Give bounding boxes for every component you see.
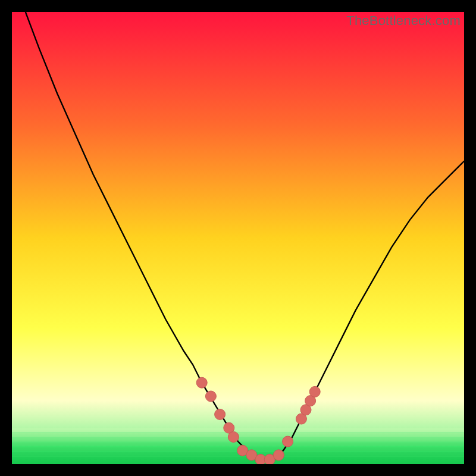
svg-rect-0 bbox=[12, 428, 464, 432]
svg-rect-6 bbox=[12, 457, 464, 464]
curve-marker bbox=[228, 431, 239, 442]
curve-marker bbox=[309, 386, 320, 397]
gradient-background bbox=[12, 12, 464, 464]
svg-rect-3 bbox=[12, 443, 464, 446]
chart-frame: TheBottleneck.com bbox=[12, 12, 464, 464]
curve-marker bbox=[283, 436, 293, 447]
curve-marker bbox=[273, 450, 284, 461]
curve-marker bbox=[205, 391, 216, 402]
chart-svg bbox=[12, 12, 464, 464]
watermark-text: TheBottleneck.com bbox=[346, 13, 461, 29]
curve-marker bbox=[215, 409, 226, 419]
curve-marker bbox=[196, 377, 207, 388]
